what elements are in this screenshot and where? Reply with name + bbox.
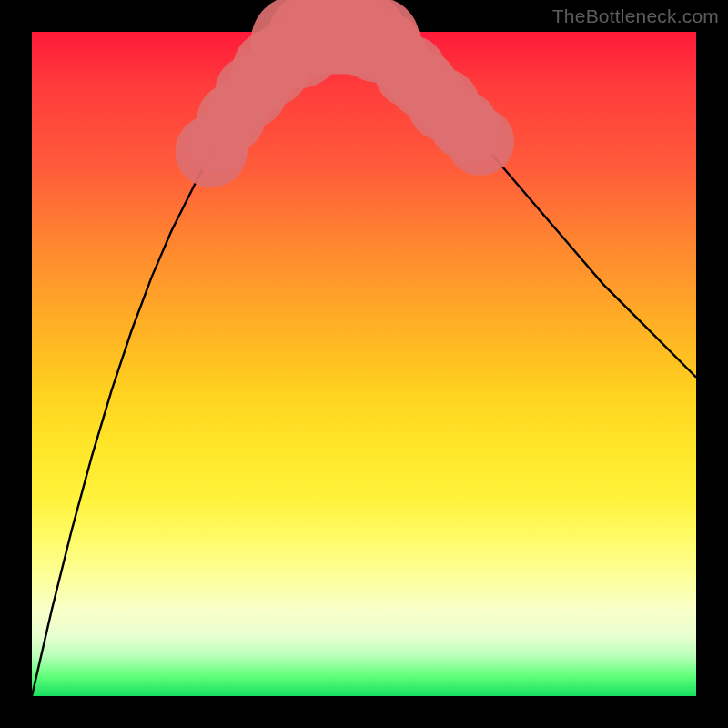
markers-layer: [175, 0, 514, 187]
bottleneck-curve: [32, 32, 696, 696]
plot-area: [32, 32, 696, 696]
chart-svg: [32, 32, 696, 696]
chart-frame: TheBottleneck.com: [0, 0, 728, 728]
curve-layer: [32, 32, 696, 696]
marker-dot: [446, 107, 514, 176]
watermark-text: TheBottleneck.com: [552, 5, 719, 27]
